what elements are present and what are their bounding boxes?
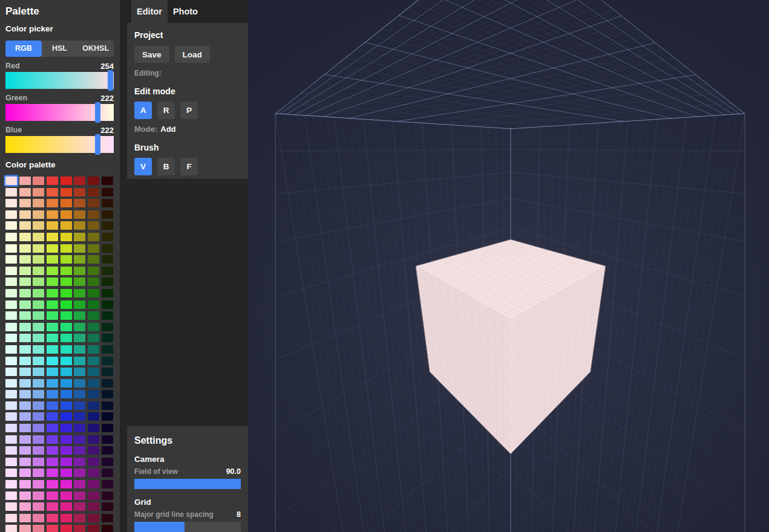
palette-swatch[interactable] <box>61 199 72 207</box>
palette-swatch[interactable] <box>88 458 99 466</box>
palette-swatch[interactable] <box>5 491 17 500</box>
palette-swatch[interactable] <box>19 311 31 320</box>
palette-swatch[interactable] <box>47 300 58 309</box>
palette-swatch[interactable] <box>61 458 72 466</box>
palette-swatch[interactable] <box>102 401 113 410</box>
palette-swatch[interactable] <box>88 491 99 500</box>
palette-swatch[interactable] <box>19 491 31 500</box>
palette-swatch[interactable] <box>102 525 113 532</box>
palette-swatch[interactable] <box>5 255 17 264</box>
palette-swatch[interactable] <box>47 323 58 331</box>
palette-swatch[interactable] <box>19 244 31 253</box>
palette-swatch[interactable] <box>88 300 99 309</box>
palette-swatch[interactable] <box>19 480 31 488</box>
palette-swatch[interactable] <box>5 177 17 185</box>
palette-swatch[interactable] <box>47 458 58 466</box>
palette-swatch[interactable] <box>102 491 113 500</box>
palette-swatch[interactable] <box>88 210 99 219</box>
color-mode-tab-hsl[interactable]: HSL <box>42 41 78 57</box>
palette-swatch[interactable] <box>19 188 31 196</box>
palette-swatch[interactable] <box>19 401 31 410</box>
palette-swatch[interactable] <box>74 177 85 185</box>
palette-swatch[interactable] <box>47 188 58 196</box>
palette-swatch[interactable] <box>33 491 44 500</box>
palette-swatch[interactable] <box>33 379 44 388</box>
palette-swatch[interactable] <box>102 177 113 185</box>
palette-swatch[interactable] <box>5 390 17 398</box>
palette-swatch[interactable] <box>102 199 113 207</box>
palette-swatch[interactable] <box>5 412 17 421</box>
palette-swatch[interactable] <box>5 210 17 219</box>
palette-swatch[interactable] <box>47 311 58 320</box>
palette-swatch[interactable] <box>5 233 17 241</box>
palette-swatch[interactable] <box>74 255 85 264</box>
palette-swatch[interactable] <box>61 502 72 511</box>
palette-swatch[interactable] <box>74 458 85 466</box>
palette-swatch[interactable] <box>5 424 17 432</box>
palette-swatch[interactable] <box>102 412 113 421</box>
palette-swatch[interactable] <box>61 491 72 500</box>
slider-handle[interactable] <box>108 70 113 91</box>
palette-swatch[interactable] <box>74 435 85 444</box>
palette-swatch[interactable] <box>5 469 17 477</box>
palette-swatch[interactable] <box>47 401 58 410</box>
palette-swatch[interactable] <box>19 334 31 342</box>
slider-handle[interactable] <box>95 102 100 123</box>
palette-swatch[interactable] <box>47 446 58 455</box>
palette-swatch[interactable] <box>5 334 17 342</box>
palette-swatch[interactable] <box>19 323 31 331</box>
palette-swatch[interactable] <box>19 210 31 219</box>
palette-swatch[interactable] <box>33 502 44 511</box>
palette-swatch[interactable] <box>19 345 31 354</box>
palette-swatch[interactable] <box>33 401 44 410</box>
palette-swatch[interactable] <box>33 435 44 444</box>
palette-swatch[interactable] <box>33 424 44 432</box>
palette-swatch[interactable] <box>33 177 44 185</box>
palette-swatch[interactable] <box>47 334 58 342</box>
palette-swatch[interactable] <box>19 379 31 388</box>
palette-swatch[interactable] <box>33 221 44 230</box>
palette-swatch[interactable] <box>19 277 31 286</box>
palette-swatch[interactable] <box>102 289 113 297</box>
palette-swatch[interactable] <box>61 525 72 532</box>
palette-swatch[interactable] <box>61 221 72 230</box>
palette-swatch[interactable] <box>19 502 31 511</box>
settings-slider-grid[interactable] <box>134 522 241 532</box>
palette-swatch[interactable] <box>61 300 72 309</box>
palette-swatch[interactable] <box>47 210 58 219</box>
palette-swatch[interactable] <box>61 357 72 365</box>
palette-swatch[interactable] <box>33 514 44 522</box>
palette-swatch[interactable] <box>102 300 113 309</box>
palette-swatch[interactable] <box>74 199 85 207</box>
palette-swatch[interactable] <box>74 446 85 455</box>
palette-swatch[interactable] <box>5 357 17 365</box>
brush-button-v[interactable]: V <box>134 158 152 175</box>
palette-swatch[interactable] <box>61 188 72 196</box>
save-button[interactable]: Save <box>134 46 169 63</box>
palette-swatch[interactable] <box>74 469 85 477</box>
slider-track-blue[interactable] <box>5 136 114 153</box>
palette-swatch[interactable] <box>74 357 85 365</box>
palette-swatch[interactable] <box>33 368 44 376</box>
palette-swatch[interactable] <box>74 300 85 309</box>
brush-button-b[interactable]: B <box>157 158 175 175</box>
palette-swatch[interactable] <box>61 345 72 354</box>
palette-swatch[interactable] <box>102 311 113 320</box>
load-button[interactable]: Load <box>175 46 210 63</box>
palette-swatch[interactable] <box>88 177 99 185</box>
palette-swatch[interactable] <box>61 289 72 297</box>
palette-swatch[interactable] <box>88 424 99 432</box>
palette-swatch[interactable] <box>102 458 113 466</box>
palette-swatch[interactable] <box>19 435 31 444</box>
palette-swatch[interactable] <box>88 277 99 286</box>
palette-swatch[interactable] <box>74 244 85 253</box>
palette-swatch[interactable] <box>74 412 85 421</box>
palette-swatch[interactable] <box>61 401 72 410</box>
edit-mode-button-a[interactable]: A <box>134 102 152 119</box>
palette-swatch[interactable] <box>88 323 99 331</box>
palette-swatch[interactable] <box>47 491 58 500</box>
palette-swatch[interactable] <box>102 357 113 365</box>
slider-track-green[interactable] <box>5 104 114 121</box>
palette-swatch[interactable] <box>102 480 113 488</box>
palette-swatch[interactable] <box>33 210 44 219</box>
